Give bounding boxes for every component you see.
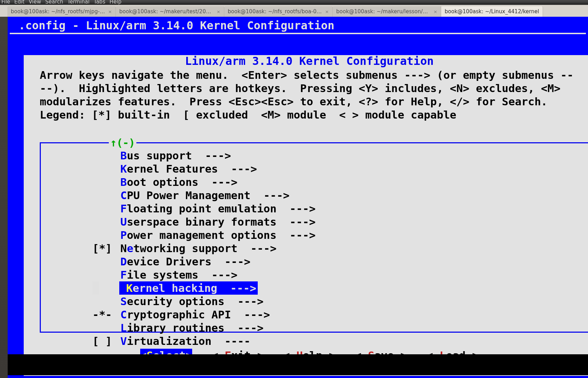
menu-item-9[interactable]: File systems ---> [41,268,588,281]
selection-block [92,281,99,295]
menu-item-prefix [92,175,120,189]
tab-0[interactable]: book@100ask: ~/nfs_rootfs/mjpg-streamer/… [7,6,116,17]
menu-item-label: Floating point emulation ---> [120,202,317,215]
menu-item-list: Bus support ---> Kernel Features ---> Bo… [41,143,588,348]
menu-item-prefix [92,321,120,334]
menu-item-label: Networking support ---> [120,242,278,255]
menu-item-label: Virtualization ---- [120,334,252,348]
tab-2[interactable]: book@100ask: ~/nfs_rootfs/boa-0.94.13/sr… [224,6,333,17]
tab-1[interactable]: book@100ask: ~/makeru/test/2023/12/8× [116,6,224,17]
hotkey-letter: D [120,255,127,268]
hotkey-letter: C [120,308,127,321]
menu-item-prefix [99,281,119,295]
menu-item-label: Boot options ---> [120,175,239,189]
hotkey-letter: B [120,149,127,162]
menu-edit[interactable]: Edit [14,0,24,6]
menu-item-prefix: -*- [92,308,120,321]
menu-item-label: Device Drivers ---> [120,255,252,268]
menu-item-prefix [92,162,120,175]
menu-item-prefix [92,255,120,268]
close-icon[interactable]: × [325,9,329,14]
menu-item-4[interactable]: Floating point emulation ---> [41,202,588,215]
tab-3[interactable]: book@100ask: ~/makeru/lesson/13/stage/st… [333,6,441,17]
menu-item-label: CPU Power Management ---> [120,189,291,202]
hotkey-letter: e [127,242,134,255]
tab-label: book@100ask: ~/nfs_rootfs/boa-0.94.13/sr… [228,8,322,15]
close-icon[interactable]: × [217,9,220,14]
terminal-bottom-strip [8,354,588,375]
menu-help[interactable]: Help [110,0,121,6]
menu-item-label: File systems ---> [120,268,239,281]
help-text: Arrow keys navigate the menu. <Enter> se… [24,68,588,121]
menu-item-label: Cryptographic API ---> [120,308,271,321]
menu-view[interactable]: View [29,0,41,6]
terminal-area[interactable]: .config - Linux/arm 3.14.0 Kernel Config… [8,17,588,378]
menu-item-prefix [92,149,120,162]
menu-item-13[interactable]: Library routines ---> [41,321,588,334]
menu-item-prefix [92,202,120,215]
menu-item-prefix [92,228,120,242]
menu-item-11[interactable]: Security options ---> [41,295,588,308]
tab-strip: book@100ask: ~/nfs_rootfs/mjpg-streamer/… [0,5,588,17]
hotkey-letter: K [120,162,127,175]
menu-item-2[interactable]: Boot options ---> [41,175,588,189]
tab-label: book@100ask: ~/makeru/lesson/13/stage/st… [336,8,431,15]
menu-item-7[interactable]: [*] Networking support ---> [41,242,588,255]
menuconfig-dialog: Linux/arm 3.14.0 Kernel Configuration Ar… [24,55,588,376]
menu-item-10[interactable]: Kernel hacking ---> [41,281,588,295]
hotkey-letter: P [120,229,127,241]
menu-tabs[interactable]: Tabs [94,0,105,6]
menu-item-label: Kernel Features ---> [120,162,258,175]
hotkey-letter: L [120,322,127,334]
menu-item-prefix [92,295,120,308]
menu-terminal[interactable]: Terminal [67,0,89,6]
menu-item-label: Kernel hacking ---> [119,281,258,295]
hotkey-letter: F [120,269,127,281]
menu-item-label: Userspace binary formats ---> [120,215,317,228]
menu-item-prefix [92,189,120,202]
hotkey-letter: B [120,176,127,188]
terminal-title: .config - Linux/arm 3.14.0 Kernel Config… [8,17,588,32]
menu-item-label: Security options ---> [120,295,265,308]
menu-file[interactable]: File [1,0,10,6]
menu-item-prefix: [*] [92,242,120,255]
menu-item-12[interactable]: -*- Cryptographic API ---> [41,308,588,321]
hotkey-letter: U [120,216,127,228]
menu-item-1[interactable]: Kernel Features ---> [41,162,588,175]
hotkey-letter: K [126,282,133,294]
menu-search[interactable]: Search [45,0,63,6]
menu-item-label: Library routines ---> [120,321,265,334]
menu-item-label: Power management options ---> [120,228,317,242]
menubar[interactable]: File Edit View Search Terminal Tabs Help [0,0,588,3]
menu-item-prefix [92,215,120,228]
title-underline [10,33,586,34]
menu-item-prefix: [ ] [92,334,120,348]
tab-label: book@100ask: ~/Linux_4412/kernel [445,8,539,15]
menu-item-5[interactable]: Userspace binary formats ---> [41,215,588,228]
tab-4[interactable]: book@100ask: ~/Linux_4412/kernel [441,6,543,17]
dialog-title: Linux/arm 3.14.0 Kernel Configuration [24,54,588,68]
close-icon[interactable]: × [108,9,112,14]
menu-item-14[interactable]: [ ] Virtualization ---- [41,334,588,348]
hotkey-letter: F [120,202,127,215]
menu-item-prefix [92,268,120,281]
hotkey-letter: V [120,335,127,347]
tab-label: book@100ask: ~/makeru/test/2023/12/8 [119,8,214,15]
menu-item-6[interactable]: Power management options ---> [41,228,588,242]
hotkey-letter: S [120,295,127,308]
menu-item-8[interactable]: Device Drivers ---> [41,255,588,268]
scroll-indicator-up: ↑(-) [109,136,136,149]
menu-item-3[interactable]: CPU Power Management ---> [41,189,588,202]
menu-item-0[interactable]: Bus support ---> [41,149,588,162]
close-icon[interactable]: × [434,9,437,14]
menu-frame: ↑(-) Bus support ---> Kernel Features --… [40,142,588,333]
tab-label: book@100ask: ~/nfs_rootfs/mjpg-streamer/… [11,8,105,15]
launcher-pane [0,17,8,378]
hotkey-letter: C [120,189,127,202]
menu-item-label: Bus support ---> [120,149,232,162]
